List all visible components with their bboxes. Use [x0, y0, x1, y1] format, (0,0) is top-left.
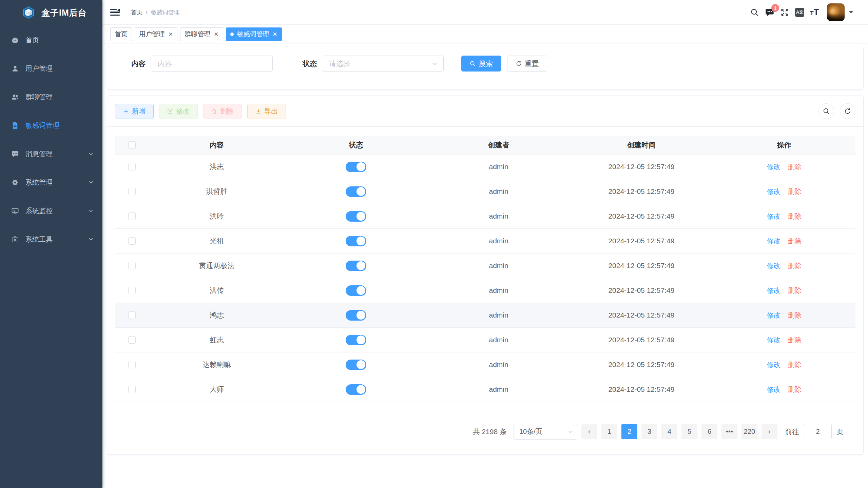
- status-toggle[interactable]: [346, 360, 366, 370]
- row-edit-link[interactable]: 修改: [767, 287, 780, 294]
- row-edit-link[interactable]: 修改: [767, 336, 780, 344]
- row-checkbox[interactable]: [128, 163, 136, 170]
- table-row: 洪吟 admin 2024-12-05 12:57:49 修改删除: [115, 204, 855, 229]
- row-checkbox[interactable]: [128, 287, 136, 294]
- sidebar-item-messages[interactable]: 消息管理: [0, 140, 102, 168]
- row-delete-link[interactable]: 删除: [788, 237, 802, 245]
- row-checkbox[interactable]: [128, 361, 136, 368]
- sidebar-item-sensitive-words[interactable]: 敏感词管理: [0, 111, 102, 140]
- status-toggle[interactable]: [346, 236, 366, 246]
- row-edit-link[interactable]: 修改: [767, 237, 780, 245]
- status-toggle[interactable]: [346, 384, 366, 395]
- show-search-icon[interactable]: [818, 103, 834, 119]
- row-checkbox[interactable]: [128, 188, 136, 195]
- row-edit-link[interactable]: 修改: [767, 212, 780, 220]
- avatar[interactable]: [827, 3, 845, 21]
- sidebar-item-label: 消息管理: [25, 149, 53, 159]
- sidebar-collapse-icon[interactable]: [110, 9, 120, 16]
- sidebar-item-home[interactable]: 首页: [0, 26, 102, 54]
- sidebar-item-system-admin[interactable]: 系统管理: [0, 168, 102, 197]
- row-delete-link[interactable]: 删除: [788, 361, 802, 368]
- tab-user-management[interactable]: 用户管理 ✕: [135, 27, 177, 41]
- status-toggle[interactable]: [346, 162, 366, 172]
- status-toggle[interactable]: [346, 285, 366, 296]
- export-button[interactable]: 导出: [247, 104, 286, 119]
- close-icon[interactable]: ✕: [273, 31, 277, 38]
- goto-page-input[interactable]: 2: [804, 424, 832, 439]
- tab-group-management[interactable]: 群聊管理 ✕: [180, 27, 223, 41]
- toolbox-icon: [11, 236, 19, 243]
- page-button-2[interactable]: 2: [621, 424, 637, 439]
- message-icon[interactable]: 1: [765, 7, 774, 17]
- status-toggle[interactable]: [346, 186, 366, 197]
- caret-down-icon[interactable]: [849, 11, 853, 14]
- page-button-1[interactable]: 1: [601, 424, 617, 439]
- search-icon[interactable]: [750, 8, 759, 17]
- select-all-checkbox[interactable]: [128, 141, 136, 149]
- content-filter-input[interactable]: 内容: [151, 56, 273, 72]
- row-delete-link[interactable]: 删除: [788, 311, 802, 319]
- tab-home[interactable]: 首页: [110, 27, 132, 41]
- cell-content: 达赖喇嘛: [149, 360, 285, 369]
- close-icon[interactable]: ✕: [168, 31, 173, 38]
- row-edit-link[interactable]: 修改: [767, 311, 780, 319]
- page-button-4[interactable]: 4: [661, 424, 677, 439]
- content-filter-label: 内容: [131, 56, 146, 72]
- sidebar-item-label: 群聊管理: [25, 93, 53, 102]
- row-delete-link[interactable]: 删除: [788, 336, 802, 344]
- page-size-select[interactable]: 10条/页: [514, 424, 577, 440]
- row-checkbox[interactable]: [128, 311, 136, 319]
- language-icon[interactable]: A文: [795, 8, 804, 17]
- gear-icon: [11, 179, 19, 186]
- search-button[interactable]: 搜索: [461, 56, 501, 72]
- sidebar: 盒子IM后台 首页 用户管理 群聊管理 敏感词管理: [0, 0, 102, 488]
- reset-button[interactable]: 重置: [507, 56, 547, 72]
- row-delete-link[interactable]: 删除: [788, 262, 802, 269]
- font-size-icon[interactable]: TT: [810, 7, 819, 17]
- status-toggle[interactable]: [346, 211, 366, 222]
- row-delete-link[interactable]: 删除: [788, 163, 802, 170]
- row-checkbox[interactable]: [128, 386, 136, 393]
- status-toggle[interactable]: [346, 335, 366, 345]
- row-delete-link[interactable]: 删除: [788, 188, 802, 195]
- close-icon[interactable]: ✕: [214, 31, 218, 38]
- refresh-icon[interactable]: [840, 103, 855, 119]
- page-button-6[interactable]: 6: [701, 424, 717, 439]
- cell-creator: admin: [427, 163, 570, 171]
- more-pages-button[interactable]: •••: [721, 424, 737, 439]
- sidebar-item-system-monitor[interactable]: 系统监控: [0, 197, 102, 225]
- sidebar-item-groups[interactable]: 群聊管理: [0, 83, 102, 111]
- status-toggle[interactable]: [346, 261, 366, 271]
- status-filter-select[interactable]: 请选择: [322, 56, 444, 72]
- tab-sensitive-words[interactable]: 敏感词管理 ✕: [226, 27, 282, 41]
- edit-button[interactable]: 修改: [159, 104, 198, 119]
- top-navbar: 首页 / 敏感词管理 1 A文 TT: [102, 0, 868, 25]
- row-delete-link[interactable]: 删除: [788, 386, 802, 393]
- page-button-last[interactable]: 220: [741, 424, 757, 439]
- row-checkbox[interactable]: [128, 336, 136, 344]
- row-edit-link[interactable]: 修改: [767, 188, 780, 195]
- page-button-3[interactable]: 3: [641, 424, 657, 439]
- sidebar-item-users[interactable]: 用户管理: [0, 54, 102, 83]
- row-edit-link[interactable]: 修改: [767, 262, 780, 269]
- add-button[interactable]: 新增: [115, 104, 154, 119]
- row-edit-link[interactable]: 修改: [767, 386, 780, 393]
- row-checkbox[interactable]: [128, 212, 136, 220]
- prev-page-button[interactable]: ‹: [581, 424, 597, 439]
- row-checkbox[interactable]: [128, 237, 136, 245]
- status-toggle[interactable]: [346, 310, 366, 321]
- row-edit-link[interactable]: 修改: [767, 361, 780, 368]
- table-row: 鸿志 admin 2024-12-05 12:57:49 修改删除: [115, 303, 855, 328]
- row-checkbox[interactable]: [128, 262, 136, 269]
- next-page-button[interactable]: ›: [761, 424, 777, 439]
- row-delete-link[interactable]: 删除: [788, 212, 802, 220]
- breadcrumb-home[interactable]: 首页: [131, 8, 142, 16]
- row-edit-link[interactable]: 修改: [767, 163, 780, 170]
- fullscreen-icon[interactable]: [780, 8, 789, 17]
- row-delete-link[interactable]: 删除: [788, 287, 802, 294]
- page-button-5[interactable]: 5: [681, 424, 697, 439]
- sidebar-item-system-tools[interactable]: 系统工具: [0, 225, 102, 253]
- cell-content: 洪吟: [149, 211, 285, 221]
- delete-button[interactable]: 删除: [203, 104, 242, 119]
- table-row: 光祖 admin 2024-12-05 12:57:49 修改删除: [115, 229, 855, 253]
